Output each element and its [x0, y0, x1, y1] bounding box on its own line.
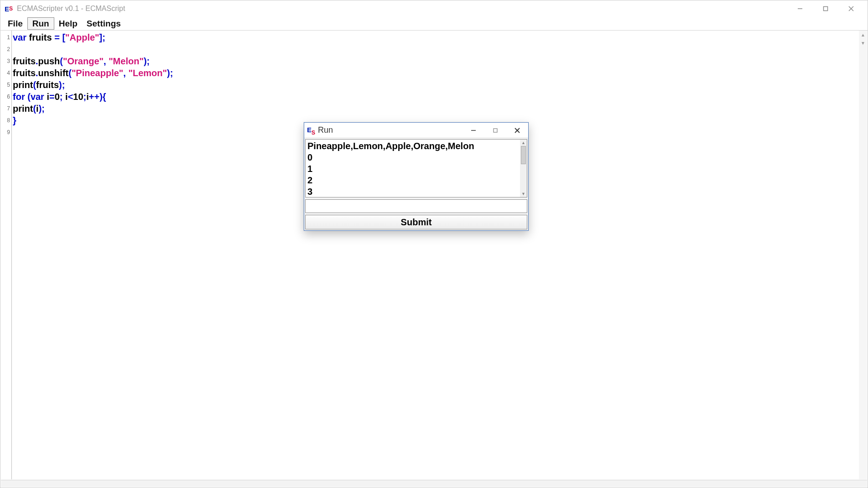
code-line[interactable]	[13, 43, 866, 55]
output-line: 2	[307, 175, 518, 186]
line-number: 2	[1, 43, 11, 55]
code-line[interactable]: print(fruits);	[13, 79, 866, 91]
window-title: ECMAScripter v0.1 - ECMAScript	[17, 5, 125, 13]
editor-scrollbar[interactable]: ▲ ▼	[859, 31, 867, 479]
scroll-up-arrow-icon[interactable]: ▲	[520, 140, 527, 146]
run-output-text[interactable]: Pineapple,Lemon,Apple,Orange,Melon0123	[306, 140, 520, 197]
scroll-down-arrow-icon[interactable]: ▼	[520, 191, 527, 197]
menu-item-settings[interactable]: Settings	[82, 17, 125, 30]
statusbar	[1, 480, 867, 487]
line-number: 9	[1, 126, 11, 138]
svg-rect-1	[824, 7, 828, 11]
line-number: 6	[1, 91, 11, 103]
run-output-panel: Pineapple,Lemon,Apple,Orange,Melon0123 ▲…	[305, 139, 527, 197]
code-line[interactable]: var fruits = ["Apple"];	[13, 31, 866, 43]
run-minimize-button[interactable]	[463, 123, 484, 138]
run-input-field[interactable]	[305, 199, 527, 213]
app-icon: ES	[4, 4, 13, 13]
line-number: 3	[1, 55, 11, 67]
window-controls	[787, 0, 864, 17]
maximize-button[interactable]	[813, 0, 838, 17]
code-editor[interactable]: var fruits = ["Apple"];fruits.push("Oran…	[12, 31, 867, 479]
output-line: 1	[307, 163, 518, 175]
run-titlebar[interactable]: ES Run	[304, 123, 528, 138]
run-output-scrollbar[interactable]: ▲ ▼	[520, 140, 527, 197]
output-line: Pineapple,Lemon,Apple,Orange,Melon	[307, 140, 518, 152]
run-close-button[interactable]	[506, 123, 528, 138]
line-number: 4	[1, 67, 11, 79]
menu-item-help[interactable]: Help	[54, 17, 82, 30]
line-number: 1	[1, 31, 11, 43]
scrollbar-thumb[interactable]	[521, 146, 526, 164]
close-button[interactable]	[838, 0, 864, 17]
main-window: ES ECMAScripter v0.1 - ECMAScript FileRu…	[0, 0, 868, 488]
code-line[interactable]: fruits.push("Orange", "Melon");	[13, 55, 866, 67]
menubar: FileRunHelpSettings	[0, 17, 868, 31]
line-number: 8	[1, 114, 11, 126]
output-line: 0	[307, 152, 518, 163]
main-titlebar: ES ECMAScripter v0.1 - ECMAScript	[0, 0, 868, 17]
editor-area[interactable]: 123456789 var fruits = ["Apple"];fruits.…	[1, 31, 867, 479]
svg-rect-5	[494, 129, 497, 132]
run-app-icon: ES	[307, 125, 315, 136]
run-dialog: ES Run Pineapple,Lemon,Apple,Orange,Melo…	[304, 122, 529, 231]
run-window-controls	[463, 123, 528, 138]
code-line[interactable]: print(i);	[13, 103, 866, 114]
scroll-down-arrow-icon[interactable]: ▼	[859, 39, 867, 47]
menu-item-run[interactable]: Run	[27, 17, 54, 30]
minimize-button[interactable]	[787, 0, 813, 17]
output-line: 3	[307, 186, 518, 197]
line-number-gutter: 123456789	[1, 31, 12, 479]
run-dialog-title: Run	[318, 125, 333, 135]
submit-button[interactable]: Submit	[305, 215, 527, 229]
run-maximize-button[interactable]	[484, 123, 506, 138]
menu-item-file[interactable]: File	[3, 17, 27, 30]
line-number: 7	[1, 103, 11, 114]
line-number: 5	[1, 79, 11, 91]
code-line[interactable]: for (var i=0; i<10;i++){	[13, 91, 866, 103]
scroll-up-arrow-icon[interactable]: ▲	[859, 31, 867, 39]
code-line[interactable]: fruits.unshift("Pineapple", "Lemon");	[13, 67, 866, 79]
